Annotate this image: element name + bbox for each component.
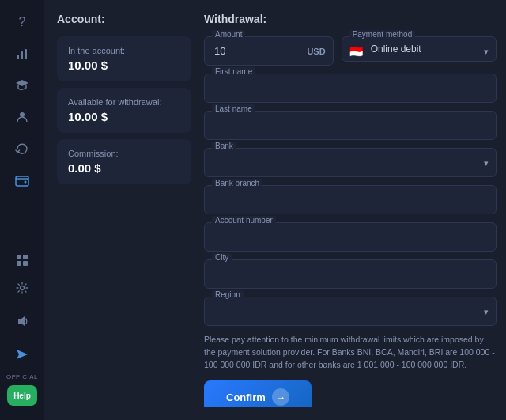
svg-rect-9	[17, 261, 21, 266]
svg-rect-0	[17, 55, 19, 59]
svg-marker-13	[17, 350, 28, 359]
svg-rect-1	[21, 51, 23, 59]
svg-rect-8	[23, 255, 28, 259]
amount-label: Amount	[212, 30, 245, 39]
question-icon[interactable]: ?	[8, 8, 36, 36]
svg-point-4	[20, 112, 25, 117]
bank-branch-label: Bank branch	[212, 179, 262, 187]
bank-label: Bank	[212, 142, 236, 150]
last-name-label: Last name	[212, 104, 255, 113]
svg-rect-5	[16, 176, 28, 186]
account-number-input[interactable]	[204, 222, 497, 252]
svg-rect-10	[23, 261, 28, 266]
first-name-input[interactable]	[204, 74, 497, 103]
amount-method-row: Amount USD Payment method 🇮🇩 Online debi…	[204, 36, 497, 66]
city-label: City	[212, 253, 232, 262]
main-content: Account: In the account: 10.00 $ Availab…	[44, 0, 506, 420]
wallet-icon[interactable]	[8, 166, 36, 195]
help-button[interactable]: Help	[7, 385, 37, 406]
city-input[interactable]	[204, 259, 497, 289]
confirm-button[interactable]: Confirm →	[204, 380, 312, 407]
region-row: Region ▾	[204, 297, 497, 326]
in-account-value: 10.00 $	[68, 59, 180, 72]
official-label: OFFICIAL	[6, 373, 38, 380]
payment-method-label: Payment method	[349, 30, 416, 39]
account-panel: Account: In the account: 10.00 $ Availab…	[57, 13, 191, 407]
svg-point-6	[25, 181, 27, 184]
first-name-row: First name	[204, 74, 497, 103]
last-name-group: Last name	[204, 111, 497, 140]
in-account-card: In the account: 10.00 $	[57, 36, 191, 81]
withdrawal-panel: Withdrawal: Amount USD Payment method 🇮🇩…	[204, 13, 497, 407]
last-name-input[interactable]	[204, 111, 497, 140]
first-name-group: First name	[204, 74, 497, 103]
region-group: Region ▾	[204, 297, 497, 326]
amount-input[interactable]	[204, 36, 334, 66]
confirm-arrow-icon: →	[272, 388, 289, 406]
confirm-label: Confirm	[226, 392, 266, 403]
refresh-icon[interactable]	[8, 134, 36, 163]
svg-marker-12	[18, 316, 25, 326]
sound-icon[interactable]	[8, 307, 36, 335]
city-group: City	[204, 259, 497, 289]
svg-point-11	[20, 286, 24, 290]
payment-method-select[interactable]: Online debit	[342, 36, 497, 62]
settings-icon[interactable]	[8, 274, 36, 302]
available-label: Available for withdrawal:	[68, 97, 180, 107]
last-name-row: Last name	[204, 111, 497, 140]
withdrawal-title: Withdrawal:	[204, 13, 497, 25]
bank-row: Bank ▾	[204, 148, 497, 177]
available-card: Available for withdrawal: 10.00 $	[57, 88, 191, 133]
account-title: Account:	[57, 13, 191, 25]
commission-card: Commission: 0.00 $	[57, 139, 191, 184]
bank-branch-input[interactable]	[204, 185, 497, 214]
account-number-label: Account number	[212, 216, 276, 225]
grid-icon[interactable]	[16, 254, 28, 269]
bank-branch-group: Bank branch	[204, 185, 497, 214]
notice-text: Please pay attention to the minimum with…	[204, 334, 497, 371]
payment-method-group: Payment method 🇮🇩 Online debit ▾	[342, 36, 497, 66]
in-account-label: In the account:	[68, 46, 180, 55]
sidebar: ?	[0, 0, 44, 420]
region-select[interactable]	[204, 297, 497, 326]
svg-rect-2	[25, 49, 27, 59]
svg-rect-7	[17, 255, 21, 259]
bank-branch-row: Bank branch	[204, 185, 497, 214]
city-row: City	[204, 259, 497, 289]
first-name-label: First name	[212, 67, 255, 76]
available-value: 10.00 $	[68, 110, 180, 123]
user-icon[interactable]	[8, 103, 36, 131]
amount-field-group: Amount USD	[204, 36, 334, 66]
bank-select[interactable]	[204, 148, 497, 177]
chart-icon[interactable]	[8, 40, 36, 68]
region-label: Region	[212, 290, 244, 299]
account-number-row: Account number	[204, 222, 497, 252]
bank-group: Bank ▾	[204, 148, 497, 177]
send-icon[interactable]	[8, 340, 36, 369]
graduation-icon[interactable]	[8, 71, 36, 100]
commission-label: Commission:	[68, 149, 180, 158]
account-number-group: Account number	[204, 222, 497, 252]
commission-value: 0.00 $	[68, 161, 180, 175]
